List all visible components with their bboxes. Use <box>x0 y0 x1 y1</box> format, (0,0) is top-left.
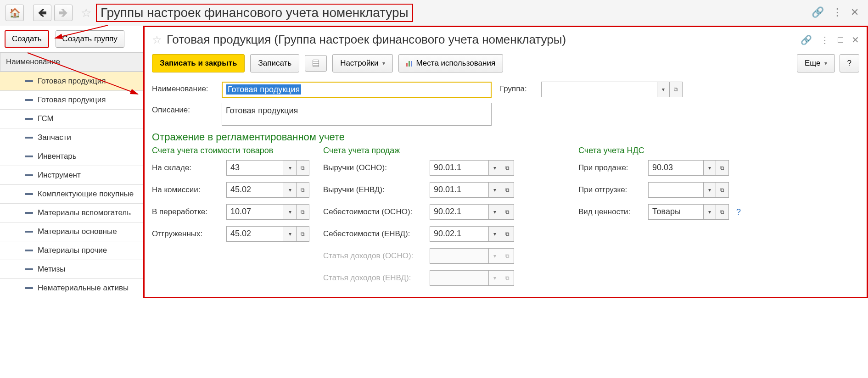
dropdown-button[interactable]: ▾ <box>703 204 716 220</box>
item-marker-icon <box>25 99 33 101</box>
item-marker-icon <box>25 212 33 214</box>
item-marker-icon <box>25 231 33 233</box>
dropdown-button[interactable]: ▾ <box>284 204 297 220</box>
open-ref-button[interactable]: ⧉ <box>297 160 309 176</box>
open-ref-button[interactable]: ⧉ <box>501 226 514 242</box>
panel-more-icon[interactable]: ⋮ <box>820 34 829 45</box>
account-input[interactable] <box>430 248 488 264</box>
field-label: Себестоимости (ЕНВД): <box>323 229 424 239</box>
open-ref-button[interactable]: ⧉ <box>716 160 729 176</box>
table-row[interactable]: Материалы основные <box>0 222 143 241</box>
page-title: Группы настроек финансового учета номенк… <box>96 4 413 22</box>
open-ref-button[interactable]: ⧉ <box>501 270 514 286</box>
row-label: Материалы вспомогатель <box>38 208 131 217</box>
table-row[interactable]: Готовая продукция <box>0 72 143 90</box>
create-group-button[interactable]: Создать группу <box>56 30 124 48</box>
account-input[interactable]: Товары <box>648 204 703 220</box>
row-label: Нематериальные активы <box>38 284 129 293</box>
account-input[interactable]: 90.02.1 <box>430 204 488 220</box>
account-input[interactable]: 90.01.1 <box>430 160 488 176</box>
dropdown-button[interactable]: ▾ <box>284 226 297 242</box>
table-row[interactable]: Запчасти <box>0 128 143 147</box>
more-vert-icon[interactable]: ⋮ <box>832 6 842 18</box>
name-input[interactable]: Готовая продукция <box>222 82 492 98</box>
dropdown-button[interactable]: ▾ <box>284 182 297 198</box>
open-ref-button[interactable]: ⧉ <box>501 182 514 198</box>
account-input[interactable] <box>648 182 703 198</box>
open-ref-button[interactable]: ⧉ <box>297 182 309 198</box>
account-input[interactable]: 90.01.1 <box>430 182 488 198</box>
help-button[interactable]: ? <box>840 54 859 72</box>
save-close-button[interactable]: Записать и закрыть <box>152 54 245 72</box>
usage-places-button[interactable]: Места использования <box>398 54 504 72</box>
field-label: В переработке: <box>152 207 221 217</box>
table-row[interactable]: Инструмент <box>0 166 143 184</box>
group-label: Группа: <box>500 82 536 94</box>
dropdown-button[interactable]: ▾ <box>488 270 501 286</box>
desc-input[interactable]: Готовая продукция <box>222 103 492 126</box>
open-ref-button[interactable]: ⧉ <box>716 204 729 220</box>
save-button[interactable]: Записать <box>250 54 299 72</box>
favorite-star-icon[interactable]: ☆ <box>81 6 91 20</box>
help-icon[interactable]: ? <box>736 207 741 217</box>
table-row[interactable]: Метизы <box>0 260 143 278</box>
dropdown-button[interactable]: ▾ <box>488 204 501 220</box>
desc-label: Описание: <box>152 103 216 115</box>
group-open-button[interactable]: ⧉ <box>670 82 683 97</box>
panel-link-icon[interactable]: 🔗 <box>801 34 812 45</box>
group-input[interactable] <box>541 82 657 97</box>
item-marker-icon <box>25 156 33 157</box>
dropdown-button[interactable]: ▾ <box>703 182 716 198</box>
open-ref-button[interactable]: ⧉ <box>501 248 514 264</box>
db-button[interactable] <box>305 55 327 72</box>
panel-star-icon[interactable]: ☆ <box>152 33 162 46</box>
link-icon[interactable]: 🔗 <box>812 6 824 18</box>
field-label: Себестоимости (ОСНО): <box>323 207 424 217</box>
account-input[interactable]: 10.07 <box>226 204 284 220</box>
table-row[interactable]: Инвентарь <box>0 147 143 166</box>
open-ref-button[interactable]: ⧉ <box>501 160 514 176</box>
table-row[interactable]: Материалы вспомогатель <box>0 203 143 222</box>
account-input[interactable]: 45.02 <box>226 226 284 242</box>
item-marker-icon <box>25 80 33 82</box>
table-row[interactable]: ГСМ <box>0 109 143 128</box>
table-header-name[interactable]: Наименование <box>0 52 143 72</box>
close-icon[interactable]: ✕ <box>851 6 859 18</box>
open-ref-button[interactable]: ⧉ <box>297 226 309 242</box>
item-marker-icon <box>25 268 33 270</box>
panel-maximize-icon[interactable]: □ <box>838 34 843 45</box>
open-ref-button[interactable]: ⧉ <box>501 204 514 220</box>
row-label: Готовая продукция <box>38 95 106 105</box>
account-input[interactable]: 90.03 <box>648 160 703 176</box>
col1-title: Счета учета стоимости товаров <box>152 146 309 156</box>
table-row[interactable]: Комплектующие покупные <box>0 184 143 203</box>
panel-close-icon[interactable]: ✕ <box>851 34 859 45</box>
table-row[interactable]: Материалы прочие <box>0 241 143 260</box>
forward-button[interactable]: 🡺 <box>54 5 73 21</box>
home-button[interactable]: 🏠 <box>6 5 24 21</box>
field-label: Отгруженных: <box>152 229 221 239</box>
settings-button[interactable]: Настройки ▾ <box>332 54 392 72</box>
dropdown-button[interactable]: ▾ <box>488 248 501 264</box>
account-input[interactable]: 90.02.1 <box>430 226 488 242</box>
dropdown-button[interactable]: ▾ <box>488 182 501 198</box>
dropdown-button[interactable]: ▾ <box>703 160 716 176</box>
open-ref-button[interactable]: ⧉ <box>297 204 309 220</box>
account-input[interactable]: 45.02 <box>226 182 284 198</box>
item-marker-icon <box>25 174 33 176</box>
dropdown-button[interactable]: ▾ <box>284 160 297 176</box>
account-input[interactable] <box>430 270 488 286</box>
open-ref-button[interactable]: ⧉ <box>716 182 729 198</box>
table-row[interactable]: Нематериальные активы <box>0 278 143 297</box>
account-input[interactable]: 43 <box>226 160 284 176</box>
create-button[interactable]: Создать <box>5 30 49 48</box>
group-dropdown-button[interactable]: ▾ <box>657 82 670 97</box>
dropdown-button[interactable]: ▾ <box>488 226 501 242</box>
item-marker-icon <box>25 193 33 195</box>
field-label: При отгрузке: <box>578 185 643 195</box>
back-button[interactable]: 🡸 <box>33 5 51 21</box>
col2-title: Счета учета продаж <box>323 146 514 156</box>
dropdown-button[interactable]: ▾ <box>488 160 501 176</box>
more-button[interactable]: Еще ▾ <box>797 54 835 72</box>
table-row[interactable]: Готовая продукция <box>0 90 143 109</box>
